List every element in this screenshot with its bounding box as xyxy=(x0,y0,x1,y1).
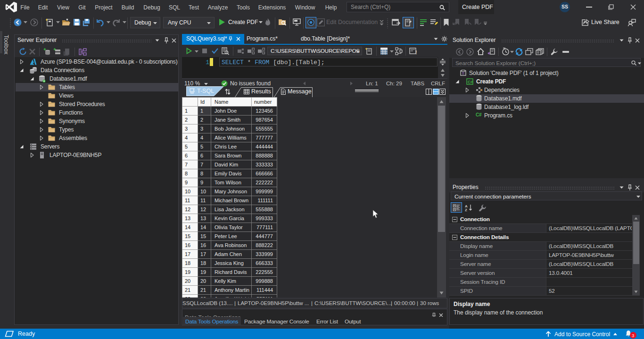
svg-text:!: ! xyxy=(415,50,417,55)
svg-text:C#: C# xyxy=(468,80,473,84)
svg-text:Z: Z xyxy=(465,208,467,212)
